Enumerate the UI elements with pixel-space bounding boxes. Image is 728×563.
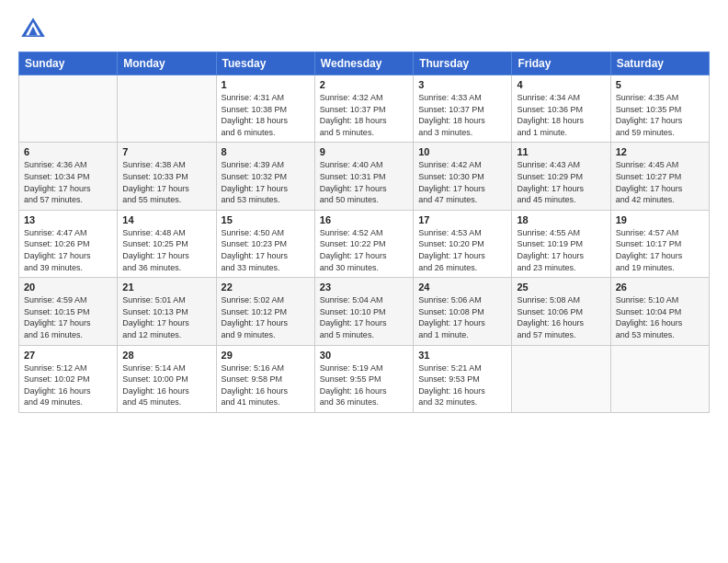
day-info: Sunrise: 5:19 AM Sunset: 9:55 PM Dayligh… (320, 362, 408, 408)
calendar-table: SundayMondayTuesdayWednesdayThursdayFrid… (18, 52, 710, 413)
day-number: 4 (517, 79, 605, 90)
calendar-cell: 28Sunrise: 5:14 AM Sunset: 10:00 PM Dayl… (118, 345, 216, 412)
day-info: Sunrise: 4:31 AM Sunset: 10:38 PM Daylig… (222, 92, 310, 138)
weekday-header-friday: Friday (512, 52, 610, 75)
day-info: Sunrise: 5:08 AM Sunset: 10:06 PM Daylig… (517, 294, 605, 340)
day-number: 21 (122, 282, 210, 293)
day-info: Sunrise: 4:45 AM Sunset: 10:27 PM Daylig… (616, 159, 704, 205)
calendar-cell: 27Sunrise: 5:12 AM Sunset: 10:02 PM Dayl… (19, 345, 118, 412)
day-number: 30 (320, 350, 408, 361)
day-info: Sunrise: 5:12 AM Sunset: 10:02 PM Daylig… (24, 362, 112, 408)
day-number: 9 (320, 146, 408, 157)
day-info: Sunrise: 4:52 AM Sunset: 10:22 PM Daylig… (320, 227, 408, 273)
weekday-header-thursday: Thursday (414, 52, 512, 75)
day-info: Sunrise: 5:10 AM Sunset: 10:04 PM Daylig… (616, 294, 704, 340)
day-number: 5 (616, 79, 704, 90)
weekday-header-row: SundayMondayTuesdayWednesdayThursdayFrid… (19, 52, 710, 75)
day-info: Sunrise: 4:48 AM Sunset: 10:25 PM Daylig… (122, 227, 210, 273)
calendar-cell: 21Sunrise: 5:01 AM Sunset: 10:13 PM Dayl… (118, 278, 216, 345)
day-number: 14 (122, 214, 210, 225)
day-info: Sunrise: 5:01 AM Sunset: 10:13 PM Daylig… (122, 294, 210, 340)
weekday-header-saturday: Saturday (610, 52, 709, 75)
day-number: 18 (517, 214, 605, 225)
calendar-cell: 10Sunrise: 4:42 AM Sunset: 10:30 PM Dayl… (414, 143, 512, 210)
logo-icon (18, 15, 48, 44)
day-info: Sunrise: 4:32 AM Sunset: 10:37 PM Daylig… (320, 92, 408, 138)
week-row-4: 20Sunrise: 4:59 AM Sunset: 10:15 PM Dayl… (19, 278, 710, 345)
calendar-cell (512, 345, 610, 412)
calendar-cell: 3Sunrise: 4:33 AM Sunset: 10:37 PM Dayli… (414, 75, 512, 143)
calendar-cell: 8Sunrise: 4:39 AM Sunset: 10:32 PM Dayli… (216, 143, 314, 210)
weekday-header-sunday: Sunday (19, 52, 118, 75)
day-info: Sunrise: 4:39 AM Sunset: 10:32 PM Daylig… (222, 159, 310, 205)
calendar-cell: 29Sunrise: 5:16 AM Sunset: 9:58 PM Dayli… (216, 345, 314, 412)
day-info: Sunrise: 4:43 AM Sunset: 10:29 PM Daylig… (517, 159, 605, 205)
calendar-cell: 2Sunrise: 4:32 AM Sunset: 10:37 PM Dayli… (314, 75, 413, 143)
day-info: Sunrise: 4:42 AM Sunset: 10:30 PM Daylig… (418, 159, 506, 205)
day-info: Sunrise: 4:38 AM Sunset: 10:33 PM Daylig… (122, 159, 210, 205)
calendar-cell: 18Sunrise: 4:55 AM Sunset: 10:19 PM Dayl… (512, 210, 610, 277)
calendar-cell: 1Sunrise: 4:31 AM Sunset: 10:38 PM Dayli… (216, 75, 314, 143)
day-number: 17 (418, 214, 506, 225)
day-number: 19 (616, 214, 704, 225)
day-number: 8 (222, 146, 310, 157)
page: SundayMondayTuesdayWednesdayThursdayFrid… (0, 0, 728, 563)
day-info: Sunrise: 4:50 AM Sunset: 10:23 PM Daylig… (222, 227, 310, 273)
calendar-cell: 15Sunrise: 4:50 AM Sunset: 10:23 PM Dayl… (216, 210, 314, 277)
day-number: 27 (24, 350, 112, 361)
day-info: Sunrise: 4:36 AM Sunset: 10:34 PM Daylig… (24, 159, 112, 205)
day-info: Sunrise: 4:57 AM Sunset: 10:17 PM Daylig… (616, 227, 704, 273)
day-number: 6 (24, 146, 112, 157)
day-info: Sunrise: 5:04 AM Sunset: 10:10 PM Daylig… (320, 294, 408, 340)
calendar-cell: 13Sunrise: 4:47 AM Sunset: 10:26 PM Dayl… (19, 210, 118, 277)
calendar-cell: 11Sunrise: 4:43 AM Sunset: 10:29 PM Dayl… (512, 143, 610, 210)
day-info: Sunrise: 4:34 AM Sunset: 10:36 PM Daylig… (517, 92, 605, 138)
day-info: Sunrise: 4:35 AM Sunset: 10:35 PM Daylig… (616, 92, 704, 138)
calendar-cell: 6Sunrise: 4:36 AM Sunset: 10:34 PM Dayli… (19, 143, 118, 210)
calendar-cell: 4Sunrise: 4:34 AM Sunset: 10:36 PM Dayli… (512, 75, 610, 143)
day-number: 16 (320, 214, 408, 225)
calendar-cell: 23Sunrise: 5:04 AM Sunset: 10:10 PM Dayl… (314, 278, 413, 345)
day-number: 22 (222, 282, 310, 293)
day-number: 1 (222, 79, 310, 90)
day-number: 15 (222, 214, 310, 225)
calendar-cell: 14Sunrise: 4:48 AM Sunset: 10:25 PM Dayl… (118, 210, 216, 277)
day-info: Sunrise: 5:21 AM Sunset: 9:53 PM Dayligh… (418, 362, 506, 408)
day-info: Sunrise: 5:14 AM Sunset: 10:00 PM Daylig… (122, 362, 210, 408)
logo (18, 15, 51, 44)
calendar-cell: 17Sunrise: 4:53 AM Sunset: 10:20 PM Dayl… (414, 210, 512, 277)
day-number: 28 (122, 350, 210, 361)
day-number: 13 (24, 214, 112, 225)
calendar-cell: 19Sunrise: 4:57 AM Sunset: 10:17 PM Dayl… (610, 210, 709, 277)
calendar-cell: 25Sunrise: 5:08 AM Sunset: 10:06 PM Dayl… (512, 278, 610, 345)
day-info: Sunrise: 4:55 AM Sunset: 10:19 PM Daylig… (517, 227, 605, 273)
day-number: 3 (418, 79, 506, 90)
day-info: Sunrise: 5:02 AM Sunset: 10:12 PM Daylig… (222, 294, 310, 340)
day-number: 11 (517, 146, 605, 157)
day-number: 31 (418, 350, 506, 361)
calendar-cell: 22Sunrise: 5:02 AM Sunset: 10:12 PM Dayl… (216, 278, 314, 345)
day-number: 10 (418, 146, 506, 157)
calendar-cell: 7Sunrise: 4:38 AM Sunset: 10:33 PM Dayli… (118, 143, 216, 210)
week-row-5: 27Sunrise: 5:12 AM Sunset: 10:02 PM Dayl… (19, 345, 710, 412)
week-row-3: 13Sunrise: 4:47 AM Sunset: 10:26 PM Dayl… (19, 210, 710, 277)
weekday-header-wednesday: Wednesday (314, 52, 413, 75)
day-number: 7 (122, 146, 210, 157)
day-info: Sunrise: 4:53 AM Sunset: 10:20 PM Daylig… (418, 227, 506, 273)
header (18, 15, 710, 44)
calendar-cell: 12Sunrise: 4:45 AM Sunset: 10:27 PM Dayl… (610, 143, 709, 210)
calendar-cell: 24Sunrise: 5:06 AM Sunset: 10:08 PM Dayl… (414, 278, 512, 345)
calendar-cell: 31Sunrise: 5:21 AM Sunset: 9:53 PM Dayli… (414, 345, 512, 412)
day-info: Sunrise: 5:06 AM Sunset: 10:08 PM Daylig… (418, 294, 506, 340)
day-number: 23 (320, 282, 408, 293)
day-number: 2 (320, 79, 408, 90)
day-info: Sunrise: 4:40 AM Sunset: 10:31 PM Daylig… (320, 159, 408, 205)
weekday-header-tuesday: Tuesday (216, 52, 314, 75)
day-info: Sunrise: 5:16 AM Sunset: 9:58 PM Dayligh… (222, 362, 310, 408)
calendar-cell: 20Sunrise: 4:59 AM Sunset: 10:15 PM Dayl… (19, 278, 118, 345)
day-number: 26 (616, 282, 704, 293)
day-info: Sunrise: 4:33 AM Sunset: 10:37 PM Daylig… (418, 92, 506, 138)
calendar-cell: 26Sunrise: 5:10 AM Sunset: 10:04 PM Dayl… (610, 278, 709, 345)
calendar-cell: 30Sunrise: 5:19 AM Sunset: 9:55 PM Dayli… (314, 345, 413, 412)
day-number: 29 (222, 350, 310, 361)
